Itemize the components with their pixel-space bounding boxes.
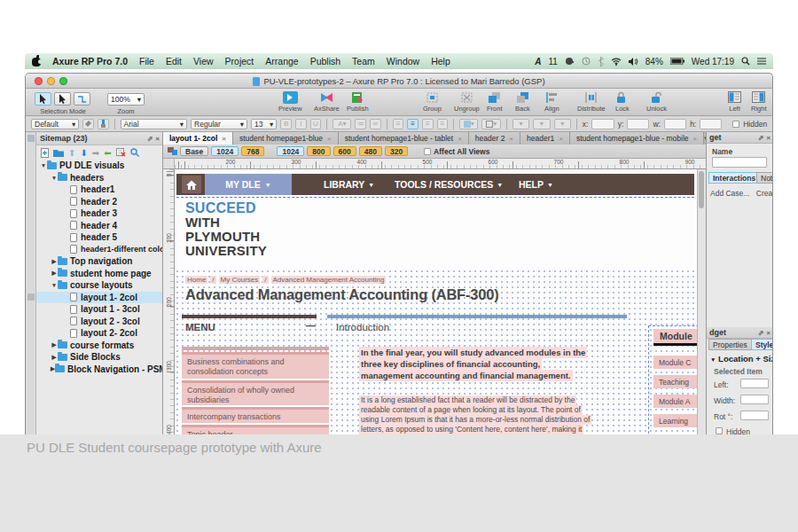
close-icon[interactable]: ×	[766, 134, 771, 142]
tab-header-2[interactable]: header 2×	[469, 132, 520, 145]
tab-style[interactable]: Style	[751, 339, 772, 350]
sitemap-page[interactable]: header 3	[36, 207, 163, 220]
dock-icon[interactable]	[27, 293, 35, 301]
italic-button[interactable]: I	[295, 119, 307, 129]
view-800-button[interactable]: 800	[307, 146, 330, 156]
view-600-button[interactable]: 600	[333, 146, 356, 156]
align-center-button[interactable]: ≡	[407, 119, 419, 129]
menu-help[interactable]: Help	[431, 56, 450, 66]
tab-properties[interactable]: Properties	[708, 339, 752, 350]
breadcrumb[interactable]: Home/My Courses/Advanced Management Acco…	[185, 276, 386, 284]
font-color-button[interactable]: A▾	[332, 119, 351, 129]
menu-view[interactable]: View	[193, 56, 214, 66]
close-tab-icon[interactable]: ×	[693, 135, 698, 143]
border-color-button[interactable]: ▾	[481, 119, 500, 129]
widget-style-select[interactable]: Default▾	[31, 119, 79, 129]
link-icon[interactable]: ∞	[370, 119, 381, 129]
tab-header1[interactable]: header1×	[520, 132, 570, 145]
bullet-list-icon[interactable]: ≔	[355, 119, 366, 129]
view-320-button[interactable]: 320	[385, 146, 408, 156]
add-case-link[interactable]: Add Case...	[710, 189, 749, 198]
widget-name-input[interactable]	[712, 157, 767, 168]
fill-color-button[interactable]: ▾	[459, 119, 478, 129]
align-left-button[interactable]: ≡	[393, 119, 404, 129]
canvas-scrollbar-thumb[interactable]	[699, 171, 704, 208]
delete-page-icon[interactable]	[116, 148, 126, 157]
module-item[interactable]: Module A	[653, 395, 697, 408]
ungroup-button[interactable]: Ungroup	[454, 91, 480, 113]
sitemap-folder[interactable]: ▶Block Navigation - PSMD	[36, 364, 163, 376]
tab-student-homepage1-blue[interactable]: student homepage1-blue×	[233, 132, 339, 145]
w-input[interactable]	[664, 119, 686, 129]
view-1024-button[interactable]: 1024	[277, 146, 304, 156]
menu-arrange[interactable]: Arrange	[265, 56, 298, 66]
base-height-button[interactable]: 768	[241, 146, 264, 156]
outdent-icon[interactable]: ⬅	[104, 148, 111, 158]
style-hidden-checkbox[interactable]	[716, 427, 723, 434]
home-icon[interactable]	[182, 176, 201, 193]
move-up-icon[interactable]: ⬆	[68, 148, 75, 158]
canvas-scrollbar[interactable]	[697, 169, 706, 434]
align-right-button[interactable]: ≡	[422, 119, 434, 129]
align-justify-button[interactable]: ≡	[437, 119, 449, 129]
lock-button[interactable]: Lock	[615, 91, 630, 113]
apple-menu-icon[interactable]	[32, 56, 41, 66]
module-item[interactable]: Teaching	[653, 375, 697, 388]
sitemap-page[interactable]: layout 2 - 3col	[36, 316, 163, 328]
send-to-back-button[interactable]: Back	[515, 91, 530, 113]
popout-icon[interactable]: ⇗	[758, 329, 764, 337]
menu-window[interactable]: Window	[387, 56, 419, 66]
tab-student-homepage1-blue-tablet[interactable]: student homepage1-blue - tablet×	[339, 132, 469, 145]
x-input[interactable]	[591, 119, 614, 129]
close-icon[interactable]: ×	[155, 135, 160, 143]
sitemap-page[interactable]: header 2	[36, 196, 163, 208]
publish-button[interactable]: Publish	[347, 91, 369, 113]
nav-library[interactable]: LIBRARY▼	[324, 174, 374, 195]
add-folder-icon[interactable]	[53, 149, 64, 157]
tab-notes[interactable]: Notes	[756, 172, 772, 184]
view-480-button[interactable]: 480	[359, 146, 382, 156]
base-view-button[interactable]: Base	[180, 146, 208, 156]
width-field-input[interactable]	[740, 395, 769, 404]
menubar-clock[interactable]: Wed 17:19	[692, 57, 734, 66]
menu-project[interactable]: Project	[225, 56, 254, 66]
h-input[interactable]	[700, 119, 722, 129]
font-family-select[interactable]: Arial▾	[121, 119, 188, 129]
sitemap-page[interactable]: layout 1 - 3col	[36, 303, 163, 316]
preview-button[interactable]: Preview	[278, 91, 302, 113]
close-tab-icon[interactable]: ×	[559, 135, 563, 143]
nav-help[interactable]: HELP▼	[519, 174, 553, 195]
menu-item[interactable]: Intercompany transactions	[182, 407, 329, 423]
border-style-button[interactable]: ▾	[533, 119, 550, 129]
clock-icon[interactable]	[582, 57, 591, 66]
sitemap-page[interactable]: header 4	[36, 220, 163, 232]
close-tab-icon[interactable]: ×	[222, 135, 226, 143]
volume-icon[interactable]	[629, 58, 638, 66]
sitemap-page-selected[interactable]: layout 1- 2col	[36, 292, 163, 304]
menu-item[interactable]: Business combinations and consolidation …	[182, 352, 329, 379]
evernote-icon[interactable]	[565, 57, 575, 66]
sitemap-page[interactable]: header1	[36, 184, 163, 196]
affect-all-views-checkbox[interactable]	[424, 148, 431, 155]
bluetooth-icon[interactable]	[598, 57, 604, 66]
border-width-button[interactable]: ▾	[512, 119, 529, 129]
left-panel-toggle[interactable]: Left	[728, 91, 741, 113]
menu-item[interactable]: Topic header	[182, 425, 329, 434]
battery-icon[interactable]	[670, 58, 685, 65]
underline-button[interactable]: U	[310, 119, 322, 129]
module-item[interactable]: Learning	[653, 414, 697, 427]
select-contained-mode-button[interactable]	[54, 92, 71, 106]
location-size-section[interactable]: ▼ Location + Size	[710, 354, 772, 364]
close-tab-icon[interactable]: ×	[327, 135, 332, 143]
zoom-select[interactable]: 100%▾	[107, 93, 145, 106]
sitemap-page[interactable]: header 5	[36, 231, 163, 244]
tab-student-homepage1-blue-mobile[interactable]: student homepage1-blue - mobile×	[570, 132, 704, 145]
format-painter-icon[interactable]	[82, 119, 94, 129]
module-item[interactable]: Module C	[653, 356, 697, 369]
group-button[interactable]: Group	[423, 91, 442, 113]
connector-mode-button[interactable]	[74, 92, 90, 106]
bold-button[interactable]: B	[280, 119, 292, 129]
design-canvas[interactable]: MY DLE▼ LIBRARY▼ TOOLS / RESOURCES▼ HELP…	[175, 169, 697, 434]
style-brush-icon[interactable]	[98, 119, 109, 129]
tab-interactions[interactable]: Interactions	[708, 172, 760, 184]
